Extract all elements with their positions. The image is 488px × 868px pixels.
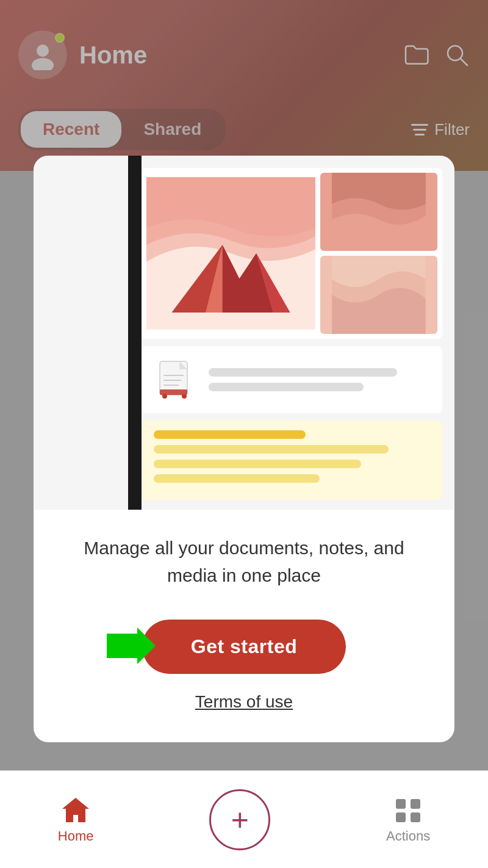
note-line-1: [154, 430, 306, 439]
nav-center-add[interactable]: +: [209, 789, 270, 850]
doc-card: [142, 346, 442, 413]
terms-of-use-link[interactable]: Terms of use: [195, 692, 293, 711]
doc-icon-wrap: [154, 358, 196, 401]
doc-lines: [209, 368, 430, 391]
nav-item-actions[interactable]: Actions: [386, 795, 430, 844]
note-line-2: [154, 445, 389, 454]
illustration-bar: [128, 156, 142, 510]
image-right-top: [320, 173, 437, 251]
modal-card: Manage all your documents, notes, and me…: [34, 156, 454, 742]
image-card: [142, 168, 442, 339]
arrow-indicator: [107, 627, 156, 667]
image-left: [146, 173, 315, 334]
actions-label: Actions: [386, 828, 430, 844]
note-line-4: [154, 474, 320, 483]
modal-illustration: [34, 156, 454, 510]
doc-line-1: [209, 368, 397, 377]
note-line-3: [154, 460, 361, 468]
illustration-content: [142, 156, 454, 510]
doc-line-2: [209, 383, 364, 391]
get-started-button[interactable]: Get started: [142, 620, 346, 674]
terms-area: Terms of use: [34, 686, 454, 712]
svg-rect-22: [411, 812, 420, 822]
svg-marker-18: [107, 627, 156, 664]
svg-rect-20: [411, 799, 420, 809]
notes-card: [142, 421, 442, 500]
image-right: [320, 173, 437, 334]
nav-item-home[interactable]: Home: [58, 795, 94, 844]
modal-text-area: Manage all your documents, notes, and me…: [34, 510, 454, 607]
document-icon: [154, 358, 196, 401]
svg-point-16: [162, 394, 167, 399]
home-label: Home: [58, 828, 94, 844]
svg-rect-19: [396, 799, 406, 809]
modal-description: Manage all your documents, notes, and me…: [70, 534, 418, 589]
button-area: Get started: [34, 607, 454, 686]
green-arrow-icon: [107, 627, 156, 664]
actions-icon: [392, 795, 424, 825]
svg-point-17: [182, 394, 187, 399]
plus-icon: +: [231, 805, 249, 835]
home-icon: [60, 795, 92, 825]
image-right-bottom: [320, 256, 437, 334]
svg-rect-21: [396, 812, 406, 822]
bottom-navigation: Home + Actions: [0, 770, 488, 868]
